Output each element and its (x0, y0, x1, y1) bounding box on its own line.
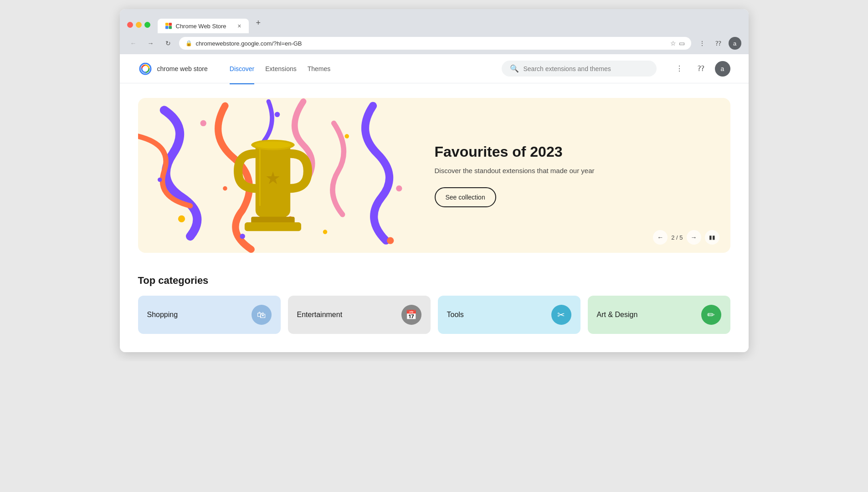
categories-section: Top categories Shopping 🛍 Entertainment … (120, 267, 749, 352)
store-logo: chrome web store (138, 62, 208, 76)
apps-grid-button[interactable]: ⁇ (693, 61, 709, 77)
user-avatar-store[interactable]: a (715, 61, 730, 77)
svg-point-6 (344, 134, 349, 138)
back-button[interactable]: ← (127, 37, 140, 50)
search-placeholder: Search extensions and themes (524, 65, 611, 72)
svg-point-13 (387, 237, 394, 244)
hero-section: ★ Favourites of 2023 Discover the stando… (120, 83, 749, 267)
address-actions: ☆ ▭ (670, 40, 685, 47)
tab-title: Chrome Web Store (176, 23, 234, 30)
svg-point-11 (240, 234, 245, 239)
category-label-tools: Tools (447, 311, 464, 319)
forward-button[interactable]: → (144, 37, 157, 50)
svg-point-4 (200, 120, 206, 126)
user-avatar-browser[interactable]: a (729, 37, 741, 50)
url-text: chromewebstore.google.com/?hl=en-GB (196, 40, 667, 47)
nav-link-themes[interactable]: Themes (308, 63, 331, 74)
lock-icon: 🔒 (185, 40, 192, 46)
hero-subtitle: Discover the standout extensions that ma… (435, 167, 712, 174)
shopping-icon: 🛍 (252, 305, 272, 325)
category-label-entertainment: Entertainment (297, 311, 343, 319)
svg-rect-2 (165, 23, 169, 26)
category-card-entertainment[interactable]: Entertainment 📅 (288, 296, 431, 334)
reload-button[interactable]: ↻ (162, 37, 175, 50)
svg-rect-0 (165, 26, 169, 29)
category-label-shopping: Shopping (147, 311, 178, 319)
categories-title: Top categories (138, 275, 730, 287)
hero-title: Favourites of 2023 (435, 144, 712, 160)
nav-link-discover[interactable]: Discover (230, 63, 254, 74)
svg-text:★: ★ (265, 168, 280, 188)
bookmark-icon[interactable]: ☆ (670, 40, 676, 47)
svg-point-7 (178, 215, 185, 222)
svg-point-5 (274, 112, 279, 117)
carousel-controls: ← 2 / 5 → ▮▮ (653, 230, 719, 245)
svg-rect-3 (169, 23, 172, 26)
svg-point-19 (254, 142, 291, 149)
address-bar[interactable]: 🔒 chromewebstore.google.com/?hl=en-GB ☆ … (179, 37, 691, 50)
nav-link-extensions[interactable]: Extensions (265, 63, 296, 74)
maximize-button[interactable] (144, 22, 150, 28)
see-collection-button[interactable]: See collection (435, 187, 496, 207)
address-bar-area: ← → ↻ 🔒 chromewebstore.google.com/?hl=en… (120, 33, 749, 54)
more-menu-button[interactable]: ⋮ (671, 61, 688, 77)
more-options-button[interactable]: ⋮ (696, 37, 709, 50)
store-logo-icon (138, 62, 153, 76)
tab-close-icon[interactable]: × (237, 23, 241, 29)
category-card-shopping[interactable]: Shopping 🛍 (138, 296, 281, 334)
main-content: chrome web store Discover Extensions The… (120, 54, 749, 352)
hero-content: Favourites of 2023 Discover the standout… (416, 98, 730, 253)
svg-rect-1 (169, 26, 172, 29)
store-nav-actions: ⋮ ⁇ a (671, 61, 730, 77)
nav-links: Discover Extensions Themes (230, 63, 487, 74)
close-button[interactable] (127, 22, 133, 28)
tools-icon: ✂ (551, 305, 571, 325)
search-bar[interactable]: 🔍 Search extensions and themes (502, 61, 657, 77)
browser-window: Chrome Web Store × + ← → ↻ 🔒 chromewebst… (120, 9, 749, 352)
svg-point-9 (396, 185, 402, 191)
tab-favicon (165, 22, 172, 30)
active-tab[interactable]: Chrome Web Store × (158, 19, 249, 33)
browser-actions: ⋮ ⁇ a (696, 37, 741, 50)
carousel-indicator: 2 / 5 (671, 234, 683, 241)
hero-banner: ★ Favourites of 2023 Discover the stando… (138, 98, 730, 253)
svg-rect-18 (244, 222, 301, 231)
category-card-art[interactable]: Art & Design ✏ (588, 296, 730, 334)
category-label-art: Art & Design (597, 311, 638, 319)
grid-apps-button[interactable]: ⁇ (712, 37, 725, 50)
carousel-pause-button[interactable]: ▮▮ (705, 230, 719, 245)
hero-art: ★ (138, 98, 416, 253)
split-view-icon[interactable]: ▭ (679, 40, 685, 47)
search-icon: 🔍 (510, 64, 519, 73)
hero-illustration: ★ (138, 98, 416, 253)
minimize-button[interactable] (136, 22, 142, 28)
new-tab-button[interactable]: + (252, 15, 265, 33)
store-name-text: chrome web store (157, 65, 208, 72)
title-bar: Chrome Web Store × + (120, 9, 749, 33)
svg-point-10 (157, 178, 162, 182)
carousel-next-button[interactable]: → (687, 230, 701, 245)
carousel-prev-button[interactable]: ← (653, 230, 668, 245)
entertainment-icon: 📅 (401, 305, 421, 325)
svg-point-12 (323, 230, 327, 234)
svg-point-14 (223, 186, 227, 191)
store-nav: chrome web store Discover Extensions The… (120, 54, 749, 83)
categories-grid: Shopping 🛍 Entertainment 📅 Tools ✂ Art &… (138, 296, 730, 334)
art-icon: ✏ (701, 305, 721, 325)
traffic-lights (127, 22, 150, 33)
category-card-tools[interactable]: Tools ✂ (438, 296, 580, 334)
